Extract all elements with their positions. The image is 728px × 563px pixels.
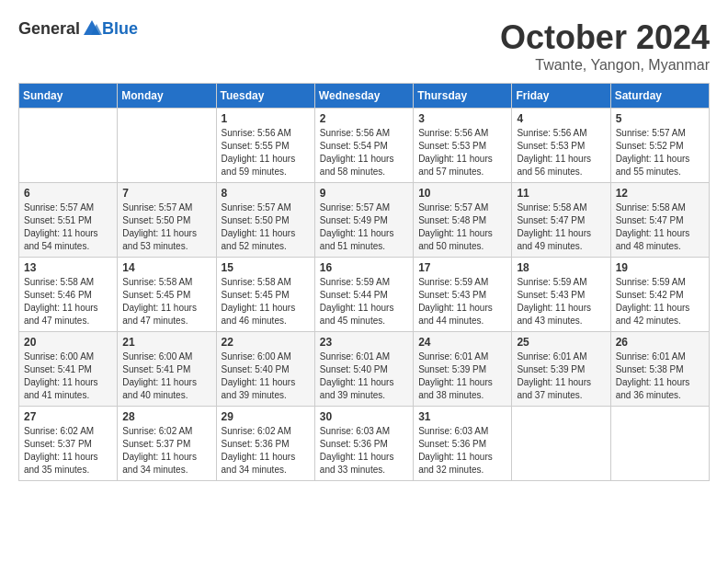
day-number: 5 xyxy=(616,112,704,125)
day-info: Sunrise: 5:57 AMSunset: 5:52 PMDaylight:… xyxy=(616,127,704,178)
day-info: Sunrise: 5:59 AMSunset: 5:43 PMDaylight:… xyxy=(418,276,506,327)
day-info: Sunrise: 5:58 AMSunset: 5:45 PMDaylight:… xyxy=(122,276,210,327)
calendar-cell: 1Sunrise: 5:56 AMSunset: 5:55 PMDaylight… xyxy=(216,109,314,183)
calendar-cell: 30Sunrise: 6:03 AMSunset: 5:36 PMDayligh… xyxy=(314,407,413,481)
day-number: 14 xyxy=(122,261,210,274)
calendar-cell: 14Sunrise: 5:58 AMSunset: 5:45 PMDayligh… xyxy=(118,258,216,332)
day-number: 15 xyxy=(222,261,310,274)
weekday-header-sunday: Sunday xyxy=(19,84,118,109)
weekday-header-monday: Monday xyxy=(118,84,216,109)
day-number: 8 xyxy=(222,187,310,200)
day-number: 31 xyxy=(418,410,506,423)
day-info: Sunrise: 5:56 AMSunset: 5:54 PMDaylight:… xyxy=(320,127,408,178)
day-info: Sunrise: 6:02 AMSunset: 5:37 PMDaylight:… xyxy=(122,425,210,477)
day-info: Sunrise: 5:57 AMSunset: 5:50 PMDaylight:… xyxy=(222,201,310,253)
day-info: Sunrise: 6:02 AMSunset: 5:36 PMDaylight:… xyxy=(222,425,310,477)
day-info: Sunrise: 6:01 AMSunset: 5:40 PMDaylight:… xyxy=(320,350,408,402)
day-number: 16 xyxy=(320,261,408,274)
day-number: 21 xyxy=(122,336,210,349)
day-number: 24 xyxy=(418,336,506,349)
calendar-cell: 19Sunrise: 5:59 AMSunset: 5:42 PMDayligh… xyxy=(610,258,709,332)
calendar-cell: 4Sunrise: 5:56 AMSunset: 5:53 PMDaylight… xyxy=(512,109,610,183)
day-number: 23 xyxy=(320,336,408,349)
calendar-cell: 16Sunrise: 5:59 AMSunset: 5:44 PMDayligh… xyxy=(314,258,413,332)
calendar-cell: 15Sunrise: 5:58 AMSunset: 5:45 PMDayligh… xyxy=(216,258,314,332)
calendar-cell: 18Sunrise: 5:59 AMSunset: 5:43 PMDayligh… xyxy=(512,258,610,332)
day-number: 28 xyxy=(122,410,210,423)
day-info: Sunrise: 5:57 AMSunset: 5:48 PMDaylight:… xyxy=(418,201,506,253)
calendar-cell: 8Sunrise: 5:57 AMSunset: 5:50 PMDaylight… xyxy=(216,183,314,258)
day-info: Sunrise: 6:00 AMSunset: 5:41 PMDaylight:… xyxy=(122,350,210,402)
calendar: SundayMondayTuesdayWednesdayThursdayFrid… xyxy=(18,83,710,481)
day-info: Sunrise: 5:56 AMSunset: 5:55 PMDaylight:… xyxy=(222,127,310,178)
day-number: 6 xyxy=(24,187,112,200)
calendar-cell: 26Sunrise: 6:01 AMSunset: 5:38 PMDayligh… xyxy=(610,332,709,407)
calendar-cell: 10Sunrise: 5:57 AMSunset: 5:48 PMDayligh… xyxy=(414,183,512,258)
calendar-cell: 29Sunrise: 6:02 AMSunset: 5:36 PMDayligh… xyxy=(216,407,314,481)
day-number: 22 xyxy=(222,336,310,349)
day-number: 30 xyxy=(320,410,408,423)
day-info: Sunrise: 5:58 AMSunset: 5:47 PMDaylight:… xyxy=(616,201,704,253)
day-info: Sunrise: 6:03 AMSunset: 5:36 PMDaylight:… xyxy=(418,425,506,477)
calendar-cell: 13Sunrise: 5:58 AMSunset: 5:46 PMDayligh… xyxy=(19,258,118,332)
day-info: Sunrise: 6:00 AMSunset: 5:40 PMDaylight:… xyxy=(222,350,310,402)
day-info: Sunrise: 5:58 AMSunset: 5:45 PMDaylight:… xyxy=(222,276,310,327)
day-info: Sunrise: 5:57 AMSunset: 5:49 PMDaylight:… xyxy=(320,201,408,253)
day-info: Sunrise: 5:56 AMSunset: 5:53 PMDaylight:… xyxy=(418,127,506,178)
day-number: 3 xyxy=(418,112,506,125)
day-info: Sunrise: 5:59 AMSunset: 5:43 PMDaylight:… xyxy=(517,276,605,327)
weekday-header-saturday: Saturday xyxy=(610,84,709,109)
calendar-cell: 22Sunrise: 6:00 AMSunset: 5:40 PMDayligh… xyxy=(216,332,314,407)
logo-text-blue: Blue xyxy=(102,19,138,39)
day-number: 13 xyxy=(24,261,112,274)
day-number: 17 xyxy=(418,261,506,274)
day-number: 2 xyxy=(320,112,408,125)
day-number: 10 xyxy=(418,187,506,200)
calendar-cell: 9Sunrise: 5:57 AMSunset: 5:49 PMDaylight… xyxy=(314,183,413,258)
calendar-cell: 6Sunrise: 5:57 AMSunset: 5:51 PMDaylight… xyxy=(19,183,118,258)
day-number: 19 xyxy=(616,261,704,274)
day-number: 12 xyxy=(616,187,704,200)
calendar-cell xyxy=(610,407,709,481)
day-number: 29 xyxy=(222,410,310,423)
calendar-cell: 27Sunrise: 6:02 AMSunset: 5:37 PMDayligh… xyxy=(19,407,118,481)
logo: General Blue xyxy=(18,18,138,39)
calendar-cell xyxy=(512,407,610,481)
calendar-cell: 31Sunrise: 6:03 AMSunset: 5:36 PMDayligh… xyxy=(414,407,512,481)
day-number: 27 xyxy=(24,410,112,423)
calendar-cell: 2Sunrise: 5:56 AMSunset: 5:54 PMDaylight… xyxy=(314,109,413,183)
day-number: 26 xyxy=(616,336,704,349)
calendar-cell: 5Sunrise: 5:57 AMSunset: 5:52 PMDaylight… xyxy=(610,109,709,183)
calendar-cell: 20Sunrise: 6:00 AMSunset: 5:41 PMDayligh… xyxy=(19,332,118,407)
month-title: October 2024 xyxy=(500,18,710,57)
calendar-cell xyxy=(19,109,118,183)
day-info: Sunrise: 5:57 AMSunset: 5:51 PMDaylight:… xyxy=(24,201,112,253)
day-number: 7 xyxy=(122,187,210,200)
calendar-cell: 3Sunrise: 5:56 AMSunset: 5:53 PMDaylight… xyxy=(414,109,512,183)
location: Twante, Yangon, Myanmar xyxy=(500,57,710,74)
calendar-cell: 12Sunrise: 5:58 AMSunset: 5:47 PMDayligh… xyxy=(610,183,709,258)
calendar-cell: 17Sunrise: 5:59 AMSunset: 5:43 PMDayligh… xyxy=(414,258,512,332)
calendar-cell: 21Sunrise: 6:00 AMSunset: 5:41 PMDayligh… xyxy=(118,332,216,407)
day-info: Sunrise: 6:01 AMSunset: 5:38 PMDaylight:… xyxy=(616,350,704,402)
title-area: October 2024 Twante, Yangon, Myanmar xyxy=(500,18,710,74)
day-info: Sunrise: 6:02 AMSunset: 5:37 PMDaylight:… xyxy=(24,425,112,477)
weekday-header-friday: Friday xyxy=(512,84,610,109)
day-info: Sunrise: 6:01 AMSunset: 5:39 PMDaylight:… xyxy=(517,350,605,402)
calendar-cell: 24Sunrise: 6:01 AMSunset: 5:39 PMDayligh… xyxy=(414,332,512,407)
weekday-header-wednesday: Wednesday xyxy=(314,84,413,109)
day-info: Sunrise: 6:00 AMSunset: 5:41 PMDaylight:… xyxy=(24,350,112,402)
calendar-cell xyxy=(118,109,216,183)
day-info: Sunrise: 5:58 AMSunset: 5:46 PMDaylight:… xyxy=(24,276,112,327)
logo-text-general: General xyxy=(18,19,80,39)
day-info: Sunrise: 6:03 AMSunset: 5:36 PMDaylight:… xyxy=(320,425,408,477)
day-info: Sunrise: 5:59 AMSunset: 5:42 PMDaylight:… xyxy=(616,276,704,327)
day-number: 4 xyxy=(517,112,605,125)
weekday-header-thursday: Thursday xyxy=(414,84,512,109)
day-number: 11 xyxy=(517,187,605,200)
day-number: 18 xyxy=(517,261,605,274)
day-number: 25 xyxy=(517,336,605,349)
logo-icon xyxy=(82,18,102,39)
day-number: 9 xyxy=(320,187,408,200)
calendar-cell: 25Sunrise: 6:01 AMSunset: 5:39 PMDayligh… xyxy=(512,332,610,407)
